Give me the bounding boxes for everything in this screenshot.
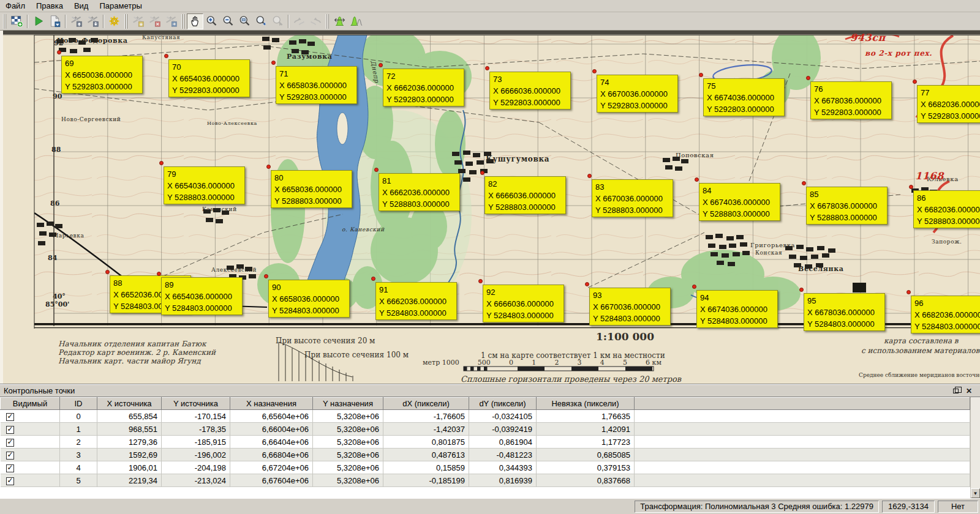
gcp-point-88[interactable]: [105, 270, 110, 274]
gcp-table-row-1[interactable]: 1968,551-178,356,66004e+065,3208e+06-1,4…: [1, 423, 970, 436]
pan-button[interactable]: [187, 13, 203, 29]
gcp-point-84[interactable]: [695, 177, 699, 182]
transformation-settings-button[interactable]: [106, 13, 123, 29]
panel-close-button[interactable]: ✕: [964, 386, 974, 395]
add-point-button[interactable]: [130, 13, 146, 29]
full-histogram-stretch-button[interactable]: [348, 13, 364, 29]
panel-float-button[interactable]: [951, 386, 960, 395]
gcp-point-86[interactable]: [909, 185, 913, 189]
zoom-to-layer-button[interactable]: [236, 13, 253, 29]
zoom-last-button[interactable]: [253, 13, 270, 29]
gcp-point-76[interactable]: [806, 76, 810, 80]
menu-item-2[interactable]: Вид: [69, 0, 94, 12]
column-header[interactable]: X источника: [97, 398, 162, 410]
delete-point-button[interactable]: [146, 13, 163, 29]
visible-checkbox[interactable]: [6, 452, 14, 460]
gcp-label-93[interactable]: 93X 6670036.000000Y 5284803.000000: [589, 288, 671, 326]
gcp-label-80[interactable]: 80X 6658036.000000Y 5288803.000000: [271, 170, 352, 208]
menu-item-3[interactable]: Параметры: [94, 0, 147, 12]
visible-checkbox[interactable]: [6, 426, 14, 434]
gcp-point-95[interactable]: [799, 288, 804, 292]
gcp-label-84[interactable]: 84X 6674036.000000Y 5288803.000000: [699, 183, 780, 221]
menu-item-1[interactable]: Правка: [31, 0, 69, 12]
gcp-point-96[interactable]: [907, 290, 911, 294]
gcp-label-91[interactable]: 91X 6662036.000000Y 5284803.000000: [375, 282, 457, 320]
gcp-point-93[interactable]: [585, 282, 589, 286]
toolbar-handle[interactable]: [181, 14, 185, 29]
gcp-point-83[interactable]: [587, 174, 592, 178]
gcp-point-69[interactable]: [57, 50, 61, 54]
gcp-point-74[interactable]: [592, 69, 597, 73]
toolbar-handle[interactable]: [3, 14, 7, 29]
gcp-label-90[interactable]: 90X 6658036.000000Y 5284803.000000: [268, 280, 350, 318]
gcp-label-86[interactable]: 86X 6682036.000000Y 5288803.000000: [913, 190, 980, 228]
visible-checkbox[interactable]: [6, 413, 14, 421]
table-scrollbar[interactable]: ▼: [970, 397, 980, 498]
map-canvas[interactable]: Ново-ФедоровкаКапустянаяРазумовкаНово-Се…: [0, 31, 980, 384]
zoom-in-button[interactable]: [203, 13, 220, 29]
gcp-label-77[interactable]: 77X 6682036.000000Y 5292803.000000: [917, 85, 980, 123]
gcp-label-72[interactable]: 72X 6662036.000000Y 5292803.000000: [383, 69, 464, 106]
toolbar-handle[interactable]: [124, 14, 128, 29]
gcp-label-71[interactable]: 71X 6658036.000000Y 5292803.000000: [276, 66, 357, 104]
gcp-label-95[interactable]: 95X 6678036.000000Y 5284803.000000: [804, 293, 885, 331]
gcp-label-81[interactable]: 81X 6662036.000000Y 5288803.000000: [379, 173, 460, 211]
gcp-label-69[interactable]: 69X 6650036.000000Y 5292803.000000: [61, 56, 143, 94]
menu-item-0[interactable]: Файл: [0, 0, 31, 12]
gcp-label-76[interactable]: 76X 6678036.000000Y 5292803.000000: [810, 81, 892, 119]
gcp-table-row-4[interactable]: 41906,01-204,1986,67204e+065,3208e+060,1…: [1, 461, 970, 474]
gcp-point-79[interactable]: [159, 161, 164, 165]
load-gcp-points-button[interactable]: [68, 13, 85, 29]
gcp-table-row-0[interactable]: 0655,854-170,1546,65604e+065,3208e+06-1,…: [1, 410, 970, 423]
gcp-point-90[interactable]: [264, 274, 268, 278]
gcp-point-73[interactable]: [485, 66, 489, 70]
gcp-label-96[interactable]: 96X 6682036.000000Y 5284803.000000: [911, 296, 980, 333]
gcp-label-94[interactable]: 94X 6674036.000000Y 5284803.000000: [696, 290, 778, 328]
gcp-label-70[interactable]: 70X 6654036.000000Y 5292803.000000: [168, 59, 250, 97]
gcp-point-91[interactable]: [371, 277, 375, 281]
start-georeferencing-button[interactable]: [30, 13, 47, 29]
column-header[interactable]: X назначения: [230, 398, 313, 410]
scroll-down-arrow-icon[interactable]: ▼: [971, 488, 980, 498]
visible-checkbox[interactable]: [6, 464, 14, 472]
generate-gdal-script-button[interactable]: [47, 13, 63, 29]
gcp-point-70[interactable]: [164, 54, 168, 58]
gcp-point-71[interactable]: [271, 61, 276, 65]
gcp-point-80[interactable]: [266, 165, 271, 169]
toolbar-handle[interactable]: [326, 14, 330, 29]
column-header[interactable]: dY (пиксели): [469, 398, 537, 410]
gcp-label-79[interactable]: 79X 6654036.000000Y 5288803.000000: [164, 166, 245, 204]
visible-checkbox[interactable]: [6, 439, 14, 447]
gcp-label-89[interactable]: 89X 6654036.000000Y 5284803.000000: [161, 277, 243, 315]
move-point-button[interactable]: [163, 13, 179, 29]
column-header[interactable]: dX (пиксели): [383, 398, 469, 410]
column-header[interactable]: Видимый: [1, 398, 60, 410]
gcp-table-row-2[interactable]: 21279,36-185,9156,66404e+065,3208e+060,8…: [1, 436, 970, 449]
local-histogram-stretch-button[interactable]: [331, 13, 348, 29]
column-header[interactable]: Y источника: [162, 398, 230, 410]
gcp-point-85[interactable]: [802, 181, 806, 185]
gcp-label-74[interactable]: 74X 6670036.000000Y 5292803.000000: [597, 75, 678, 113]
gcp-table-row-3[interactable]: 31592,69-196,0026,66804e+065,3208e+060,4…: [1, 449, 970, 461]
gcp-label-85[interactable]: 85X 6678036.000000Y 5288803.000000: [806, 187, 888, 225]
gcp-point-75[interactable]: [699, 73, 703, 77]
gcp-table-row-5[interactable]: 52219,34-213,0246,67604e+065,3208e+06-0,…: [1, 474, 970, 487]
gcp-point-72[interactable]: [379, 63, 383, 67]
gcp-label-92[interactable]: 92X 6666036.000000Y 5284803.000000: [483, 285, 564, 322]
column-header[interactable]: Y назначения: [313, 398, 383, 410]
gcp-label-73[interactable]: 73X 6666036.000000Y 5292803.000000: [489, 72, 571, 110]
gcp-point-94[interactable]: [692, 285, 696, 289]
gcp-label-83[interactable]: 83X 6670036.000000Y 5288803.000000: [592, 179, 673, 217]
gcp-point-89[interactable]: [157, 272, 161, 276]
gcp-point-82[interactable]: [480, 171, 484, 175]
save-gcp-points-button[interactable]: [85, 13, 101, 29]
gcp-point-92[interactable]: [478, 279, 483, 283]
column-header[interactable]: ID: [60, 398, 97, 410]
column-header[interactable]: Невязка (пиксели): [537, 398, 635, 410]
gcp-label-82[interactable]: 82X 6666036.000000Y 5288803.000000: [484, 176, 566, 214]
zoom-out-button[interactable]: [220, 13, 236, 29]
link-qgis-to-georeferencer-button[interactable]: [307, 13, 324, 29]
gcp-point-81[interactable]: [374, 168, 379, 172]
open-raster-button[interactable]: [9, 13, 25, 29]
link-georeferencer-to-qgis-button[interactable]: [291, 13, 307, 29]
